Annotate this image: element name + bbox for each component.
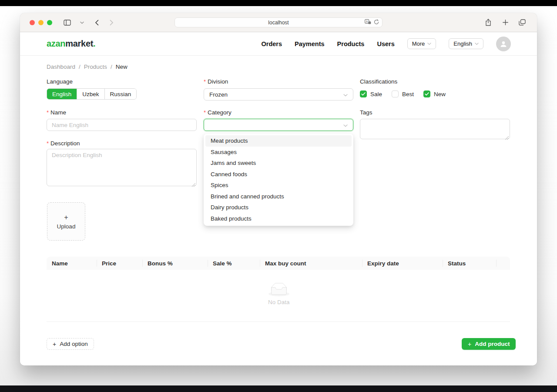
- add-product-button[interactable]: + Add product: [462, 338, 516, 350]
- no-data-label: No Data: [268, 299, 290, 305]
- name-field-label: *Name: [47, 109, 66, 116]
- checkbox-best[interactable]: Best: [392, 90, 414, 97]
- language-dropdown[interactable]: English: [449, 38, 483, 49]
- chevron-down-icon[interactable]: [77, 17, 87, 28]
- division-select-value: Frozen: [209, 91, 228, 98]
- classifications-field-label: Classifications: [360, 78, 397, 85]
- options-table-header: Name Price Bonus % Sale % Max buy count …: [47, 257, 510, 270]
- share-icon[interactable]: [483, 17, 493, 28]
- category-option-baked-products[interactable]: Baked products: [205, 213, 352, 224]
- svg-text:A: A: [366, 20, 368, 23]
- column-header-max-buy-count: Max buy count: [260, 257, 362, 270]
- browser-toolbar: localhost A: [20, 13, 537, 32]
- checkbox-best-label: Best: [402, 91, 414, 97]
- close-window-button[interactable]: [30, 20, 35, 25]
- table-empty-state: No Data: [268, 283, 290, 305]
- logo-secondary: market: [65, 39, 93, 48]
- column-header-sale: Sale %: [208, 257, 260, 270]
- browser-window: localhost A: [20, 13, 537, 365]
- checkbox-new[interactable]: New: [423, 90, 446, 97]
- app-header: azanmarket. Orders Payments Products Use…: [20, 32, 537, 56]
- nav-payments[interactable]: Payments: [295, 40, 325, 47]
- back-icon[interactable]: [91, 17, 102, 28]
- logo-primary: azan: [47, 39, 65, 48]
- more-label: More: [412, 40, 425, 47]
- breadcrumb-dashboard[interactable]: Dashboard: [47, 64, 75, 70]
- column-header-actions: [496, 257, 510, 270]
- column-header-price: Price: [97, 257, 142, 270]
- add-option-label: Add option: [60, 341, 88, 347]
- column-header-bonus: Bonus %: [142, 257, 208, 270]
- column-header-expiry-date: Expiry date: [362, 257, 443, 270]
- chevron-down-icon: [343, 122, 348, 128]
- category-option-sausages[interactable]: Sausages: [205, 147, 352, 158]
- checkbox-sale[interactable]: Sale: [360, 90, 382, 97]
- address-bar[interactable]: localhost A: [174, 17, 383, 27]
- sidebar-icon[interactable]: [62, 17, 72, 28]
- language-option-russian[interactable]: Russian: [104, 89, 137, 99]
- address-bar-url: localhost: [268, 20, 289, 26]
- category-field-label: *Category: [204, 109, 232, 116]
- nav-orders[interactable]: Orders: [262, 40, 282, 47]
- add-product-label: Add product: [475, 341, 510, 347]
- language-option-uzbek[interactable]: Uzbek: [77, 89, 104, 99]
- checkbox-checked-icon: [360, 90, 367, 97]
- minimize-window-button[interactable]: [38, 20, 44, 25]
- classifications-group: Sale Best New: [360, 90, 446, 97]
- logo-dot: .: [93, 39, 95, 48]
- user-avatar[interactable]: [496, 37, 511, 51]
- required-asterisk: *: [47, 110, 49, 115]
- new-tab-icon[interactable]: [500, 17, 510, 28]
- chevron-down-icon: [427, 41, 431, 46]
- checkbox-checked-icon: [423, 90, 430, 97]
- nav-products[interactable]: Products: [337, 40, 365, 47]
- category-option-meat-products[interactable]: Meat products: [205, 135, 352, 147]
- breadcrumb-separator: /: [79, 64, 81, 70]
- checkbox-sale-label: Sale: [370, 91, 382, 97]
- category-option-dairy-products[interactable]: Dairy products: [205, 202, 352, 213]
- page-content: Dashboard / Products / New Language *Div…: [20, 56, 537, 365]
- empty-box-icon: [268, 283, 289, 296]
- breadcrumb-current: New: [116, 64, 128, 70]
- desktop-top-strip: [0, 0, 557, 6]
- description-input[interactable]: [47, 149, 197, 186]
- tab-overview-icon[interactable]: [517, 17, 527, 28]
- forward-icon[interactable]: [106, 17, 117, 28]
- category-option-canned-foods[interactable]: Canned foods: [205, 169, 352, 180]
- category-option-jams-and-sweets[interactable]: Jams and sweets: [205, 157, 352, 169]
- language-field-label: Language: [47, 78, 73, 85]
- translate-icon[interactable]: A: [365, 19, 371, 26]
- breadcrumb: Dashboard / Products / New: [47, 64, 128, 70]
- tags-input[interactable]: [360, 119, 510, 139]
- breadcrumb-separator: /: [111, 64, 112, 70]
- breadcrumb-products[interactable]: Products: [84, 64, 107, 70]
- division-field-label: *Division: [204, 78, 228, 85]
- more-dropdown[interactable]: More: [407, 38, 436, 49]
- upload-label: Upload: [57, 223, 76, 230]
- category-select[interactable]: [204, 119, 353, 131]
- reload-icon[interactable]: [374, 19, 379, 26]
- desktop-bottom-strip: [0, 385, 557, 392]
- name-input[interactable]: [47, 119, 197, 131]
- add-option-button[interactable]: + Add option: [47, 338, 94, 350]
- plus-icon: +: [53, 341, 56, 347]
- required-asterisk: *: [204, 79, 206, 84]
- category-option-brined-and-canned-products[interactable]: Brined and canned products: [205, 191, 352, 202]
- chevron-down-icon: [343, 91, 348, 98]
- description-field-label: *Description: [47, 140, 80, 147]
- division-select[interactable]: Frozen: [204, 88, 353, 101]
- traffic-lights: [30, 20, 52, 25]
- checkbox-new-label: New: [434, 91, 446, 97]
- table-bottom-border: [47, 322, 510, 322]
- upload-button[interactable]: + Upload: [47, 202, 85, 241]
- category-option-spices[interactable]: Spices: [205, 180, 352, 191]
- tags-field-label: Tags: [360, 109, 372, 116]
- language-option-english[interactable]: English: [47, 89, 77, 99]
- required-asterisk: *: [204, 110, 206, 115]
- language-label: English: [453, 40, 472, 47]
- zoom-window-button[interactable]: [47, 20, 52, 25]
- category-dropdown: Meat products Sausages Jams and sweets C…: [204, 134, 353, 226]
- chevron-down-icon: [475, 41, 479, 46]
- app-logo[interactable]: azanmarket.: [47, 39, 95, 49]
- nav-users[interactable]: Users: [377, 40, 394, 47]
